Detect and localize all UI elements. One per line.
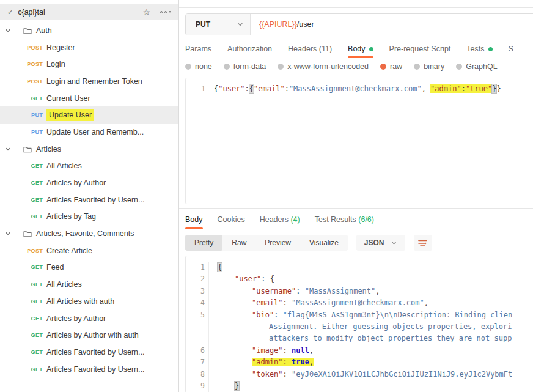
sidebar-folder[interactable]: Articles, Favorite, Comments bbox=[0, 225, 178, 242]
method-select[interactable]: PUT bbox=[186, 14, 251, 35]
method-badge: GET bbox=[24, 349, 43, 355]
response-tab-label: Headers bbox=[260, 215, 289, 224]
body-mode-option[interactable]: none bbox=[185, 62, 212, 71]
code-token: "true" bbox=[466, 84, 492, 93]
code-content: } bbox=[209, 380, 239, 392]
request-label: Register bbox=[46, 43, 75, 52]
method-badge: GET bbox=[24, 163, 43, 169]
wrap-lines-button[interactable] bbox=[414, 235, 432, 251]
request-label: Articles Favorited by Usern... bbox=[46, 196, 144, 204]
sidebar-request[interactable]: GET All Articles bbox=[0, 158, 178, 175]
request-label: All Articles with auth bbox=[46, 297, 114, 306]
request-tab[interactable]: Authorization bbox=[227, 45, 272, 58]
sidebar-request[interactable]: POST Login bbox=[0, 56, 178, 73]
view-segment[interactable]: Pretty bbox=[185, 235, 222, 251]
sidebar-folder[interactable]: Articles bbox=[0, 141, 178, 158]
view-segment[interactable]: Raw bbox=[222, 235, 255, 251]
method-badge: PUT bbox=[24, 112, 43, 118]
sidebar-request[interactable]: GET Articles by Author bbox=[0, 174, 178, 191]
code-token: : bbox=[283, 370, 292, 379]
sidebar-request[interactable]: POST Create Article bbox=[0, 242, 178, 259]
sidebar-request[interactable]: GET Articles Favorited by Usern... bbox=[0, 191, 178, 209]
method-badge: GET bbox=[24, 332, 43, 338]
body-mode-label: binary bbox=[424, 62, 444, 71]
main-panel: PUT {{APIURL}}/user Params Authorization… bbox=[178, 0, 533, 392]
sidebar-request[interactable]: GET All Articles with auth bbox=[0, 293, 178, 310]
view-segment[interactable]: Visualize bbox=[300, 235, 348, 251]
sidebar-request[interactable]: GET Articles by Tag bbox=[0, 209, 178, 226]
sidebar-folder[interactable]: Auth bbox=[0, 22, 178, 39]
view-segment-label: Pretty bbox=[194, 239, 213, 247]
request-label: Articles Favorited by Usern... bbox=[46, 365, 144, 374]
sidebar-request[interactable]: PUT Update User and Rememb... bbox=[0, 124, 178, 141]
request-tab[interactable]: Headers (11) bbox=[288, 45, 332, 58]
code-line: attackers to modify object properties th… bbox=[186, 333, 533, 344]
code-token: "image" bbox=[252, 346, 283, 355]
language-select[interactable]: JSON bbox=[356, 235, 405, 251]
response-editor[interactable]: 1 { 2 "user": { 3 "username": "MassAssig… bbox=[185, 256, 533, 392]
sidebar-request[interactable]: POST Register bbox=[0, 39, 178, 56]
sidebar-request[interactable]: GET Feed bbox=[0, 259, 178, 276]
request-tab[interactable]: Pre-request Script bbox=[389, 45, 451, 58]
line-number: 4 bbox=[186, 297, 209, 309]
body-mode-option[interactable]: form-data bbox=[224, 62, 266, 71]
sidebar-request[interactable]: GET Current User bbox=[0, 90, 178, 107]
response-tab[interactable]: Cookies bbox=[218, 215, 245, 229]
code-line: 8 "token": "eyJ0eXAiOiJKV1QiLCJhbGciOiJI… bbox=[186, 369, 533, 380]
view-segment[interactable]: Preview bbox=[255, 235, 300, 251]
request-label: Articles Favorited by Usern... bbox=[46, 348, 144, 357]
request-tab[interactable]: S bbox=[509, 45, 513, 58]
response-tab[interactable]: Test Results (6/6) bbox=[315, 215, 374, 229]
code-token: , bbox=[309, 346, 314, 355]
code-content: "image": null, bbox=[209, 345, 314, 357]
code-content: "user": { bbox=[209, 273, 274, 285]
code-token: "email" bbox=[254, 84, 285, 93]
request-tab[interactable]: Params bbox=[185, 45, 211, 58]
sidebar-request[interactable]: PUT Update User bbox=[0, 106, 178, 124]
url-input[interactable]: {{APIURL}}/user bbox=[251, 14, 533, 35]
code-token: "flag{M4sS_AsS1gnm3nt}\n\nDescription: B… bbox=[283, 311, 513, 319]
sidebar: ✓ c{api}tal ☆ Auth POST Register POST Lo… bbox=[0, 0, 178, 392]
method-badge: GET bbox=[24, 213, 43, 220]
request-tab[interactable]: Tests bbox=[466, 45, 492, 58]
sidebar-request[interactable]: GET Articles by Author with auth bbox=[0, 327, 178, 344]
request-tabs: Params Authorization Headers (11) Body P… bbox=[185, 45, 533, 58]
response-tab-count: (6/6) bbox=[358, 215, 374, 224]
request-tab[interactable]: Body bbox=[348, 45, 373, 58]
postman-app: ✓ c{api}tal ☆ Auth POST Register POST Lo… bbox=[0, 0, 533, 392]
sidebar-request[interactable]: GET All Articles bbox=[0, 276, 178, 293]
response-tab[interactable]: Body bbox=[185, 215, 203, 229]
request-label: Login and Remember Token bbox=[46, 77, 142, 86]
body-mode-option[interactable]: GraphQL bbox=[456, 62, 497, 71]
sidebar-request[interactable]: GET Articles Favorited by Usern... bbox=[0, 344, 178, 361]
request-editor[interactable]: 1 {"user":{"email":"MassAssignment@check… bbox=[185, 78, 533, 204]
sidebar-request[interactable]: GET Articles Favorited by Usern... bbox=[0, 361, 178, 378]
response-tab[interactable]: Headers (4) bbox=[260, 215, 300, 229]
response-tab-label: Body bbox=[185, 215, 203, 224]
sidebar-request[interactable]: POST Login and Remember Token bbox=[0, 73, 178, 90]
code-token: Assignment. Either guessing objects prop… bbox=[269, 322, 512, 331]
star-icon[interactable]: ☆ bbox=[142, 8, 150, 17]
method-badge: GET bbox=[24, 281, 43, 287]
code-token: "MassAssignment@checkmarx.com" bbox=[289, 84, 422, 93]
top-strip bbox=[179, 0, 533, 8]
code-token: , bbox=[309, 358, 314, 366]
more-options-icon[interactable] bbox=[160, 11, 171, 13]
line-number: 1 bbox=[186, 262, 209, 273]
code-token: : bbox=[283, 358, 292, 366]
response-section-divider bbox=[179, 208, 533, 209]
body-mode-option[interactable]: x-www-form-urlencoded bbox=[278, 62, 369, 71]
request-label: All Articles bbox=[46, 161, 82, 170]
sidebar-header[interactable]: ✓ c{api}tal ☆ bbox=[0, 4, 178, 20]
request-label: Articles by Author with auth bbox=[46, 331, 139, 339]
code-token: , bbox=[422, 84, 430, 93]
body-mode-option[interactable]: raw bbox=[380, 62, 402, 71]
language-label: JSON bbox=[364, 239, 384, 247]
folder-icon bbox=[23, 146, 32, 153]
sidebar-request[interactable]: GET Articles by Author bbox=[0, 310, 178, 327]
response-tabs: Body Cookies Headers (4) Test Results (6… bbox=[185, 215, 533, 229]
view-segment-label: Raw bbox=[232, 239, 246, 247]
body-mode-option[interactable]: binary bbox=[414, 62, 444, 71]
code-token: "user" bbox=[235, 275, 261, 283]
code-token: "admin" bbox=[430, 84, 461, 93]
